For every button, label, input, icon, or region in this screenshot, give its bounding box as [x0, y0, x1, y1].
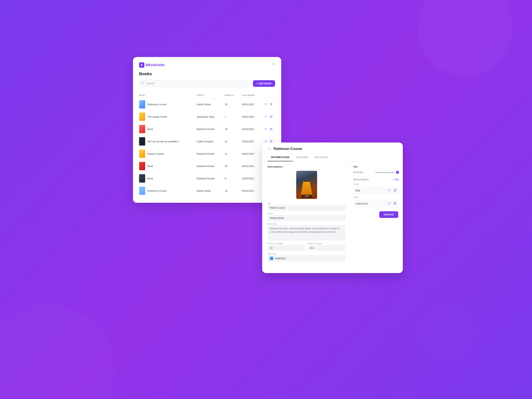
book-cell: Will my cat eat my eyeballs ?: [139, 137, 192, 146]
table-row: The design hustle Jacqueline Sing 7 03/0…: [133, 111, 281, 123]
table-row: Eleanor & park Rainbow Rowell 11 03/01/2…: [133, 148, 281, 160]
edit-cover-button[interactable]: ✏ EDIT: [302, 195, 312, 198]
book-last-update: 03/01/2022: [240, 111, 261, 123]
book-author: Rainbow Rowell: [194, 148, 222, 160]
book-author: Daniel Defoe: [194, 185, 222, 197]
title-label: Title: [267, 202, 346, 204]
book-last-update: 03/01/2022: [240, 172, 261, 185]
add-book-button[interactable]: + ADD BOOK: [253, 80, 275, 87]
tab-royalties[interactable]: ROYALTIES: [311, 154, 332, 161]
delete-row-button[interactable]: [264, 114, 268, 119]
col-actions: [261, 92, 281, 98]
divider-1: [353, 176, 399, 176]
book-cell: Robinson Crusoe: [139, 187, 192, 195]
description-field: Description Robinson Crusoe, novel by Da…: [267, 223, 346, 241]
book-cell: The design hustle: [139, 113, 192, 121]
tab-editions[interactable]: EDITIONS: [293, 154, 311, 161]
book-editions: 19: [222, 123, 240, 135]
bonus-header: Bonus features + ADD: [353, 178, 399, 181]
book-editions: 15: [222, 185, 240, 197]
author-field: Author Daniel Defoe: [267, 213, 346, 221]
cover-wrapper: ✏ EDIT: [296, 171, 317, 199]
color-swatch: [270, 257, 273, 260]
col-editions: Editions: [222, 92, 240, 98]
audiobook-name: Audio book: [355, 202, 368, 205]
col-book: Book: [133, 92, 194, 98]
book-cover-thumb: [139, 162, 145, 170]
books-table: Book Author Editions Last update Robinso…: [133, 92, 281, 197]
logout-button[interactable]: [272, 62, 276, 67]
book-cell: Robinson Crusoe: [139, 100, 192, 108]
edit-row-button[interactable]: [269, 114, 273, 119]
epub-row: EPUB file robinsoncrusoe.epub ✕: [353, 171, 399, 174]
col-author: Author: [194, 92, 222, 98]
back-button[interactable]: ←: [267, 147, 271, 151]
detail-tabs: INFORMATIONS EDITIONS ROYALTIES: [262, 154, 403, 162]
book-title: Robinson Crusoe: [147, 103, 166, 106]
chapters-field: Number of chapter 22: [267, 242, 306, 251]
image-subsection: Image: [353, 183, 399, 185]
update-button[interactable]: UPDATE: [379, 211, 398, 218]
book-last-update: 03/01/2022: [240, 148, 261, 160]
book-author: Rainbow Rowell: [194, 123, 222, 135]
info-section: Informations ✏ EDIT Title Robin Crusoe: [262, 162, 350, 267]
delete-audiobook-button[interactable]: [387, 201, 391, 206]
title-field: Title Robin Crusoe: [267, 202, 346, 211]
book-editions: 11: [222, 148, 240, 160]
update-btn-row: UPDATE: [353, 211, 399, 218]
book-last-update: 03/01/2022: [240, 123, 261, 135]
pages-value: 311: [308, 245, 346, 251]
book-cell: Book: [139, 174, 192, 183]
book-cover-thumb: [139, 100, 145, 108]
remove-epub-button[interactable]: ✕: [396, 171, 399, 174]
tab-informations[interactable]: INFORMATIONS: [267, 154, 293, 161]
book-last-update: 03/01/2022: [240, 98, 261, 111]
delete-row-button[interactable]: [264, 102, 268, 107]
title-value: Robin Crusoe: [267, 205, 346, 211]
add-bonus-button[interactable]: + ADD: [392, 178, 399, 181]
book-cell: Book: [139, 125, 192, 133]
bonus-item-audiobook: Audio book: [353, 200, 399, 208]
edit-row-button[interactable]: [269, 127, 273, 132]
search-wrapper: [139, 80, 251, 87]
chapters-value: 22: [267, 245, 306, 251]
pages-label: Number of pages: [308, 242, 346, 245]
map-actions: [387, 188, 397, 193]
bonus-item-map: Map: [353, 187, 399, 194]
book-cover-thumb: [139, 187, 145, 195]
svg-line-2: [143, 84, 144, 84]
book-cell: Eleanor & park: [139, 150, 192, 158]
book-title: Eleanor & park: [147, 152, 164, 155]
chapters-pages-row: Number of chapter 22 Number of pages 311: [267, 242, 346, 253]
color-value: #469CDD: [267, 255, 346, 262]
chapters-label: Number of chapter: [267, 242, 306, 245]
book-author: Rainbow Rowell: [194, 172, 222, 185]
edit-audiobook-button[interactable]: [393, 201, 397, 206]
delete-map-button[interactable]: [387, 188, 391, 193]
file-section-label: File: [353, 165, 399, 168]
author-value: Daniel Defoe: [267, 215, 346, 221]
edit-row-button[interactable]: [269, 102, 273, 107]
book-cover-thumb: [139, 113, 145, 121]
table-header-row: Book Author Editions Last update: [133, 92, 281, 98]
book-title: Book: [147, 177, 153, 180]
logo-icon: B: [139, 62, 144, 68]
book-last-update: 03/01/2022: [240, 135, 261, 148]
bonus-label: Bonus features: [353, 178, 369, 181]
color-field: Main color #469CDD: [267, 253, 346, 262]
edit-map-button[interactable]: [393, 188, 397, 193]
book-cover-thumb: [139, 125, 145, 133]
detail-header: ← Robinson Crusoe: [262, 142, 403, 151]
books-panel: B BBookVolts Books + ADD BOOK: [133, 57, 281, 203]
book-author: Caitlin Doughty: [194, 135, 222, 148]
file-section: File EPUB file robinsoncrusoe.epub ✕ Bon…: [350, 162, 403, 267]
book-title: Book: [147, 128, 153, 131]
epub-filename: robinsoncrusoe.epub ✕: [375, 171, 399, 174]
delete-row-button[interactable]: [264, 127, 268, 132]
search-input[interactable]: [139, 80, 251, 87]
table-row: Book Rainbow Rowell 25 03/01/2022: [133, 160, 281, 172]
row-actions: [264, 114, 277, 119]
book-title: Robinson Crusoe: [147, 190, 166, 192]
book-author: Daniel Defoe: [194, 98, 222, 111]
pages-field: Number of pages 311: [308, 242, 346, 251]
